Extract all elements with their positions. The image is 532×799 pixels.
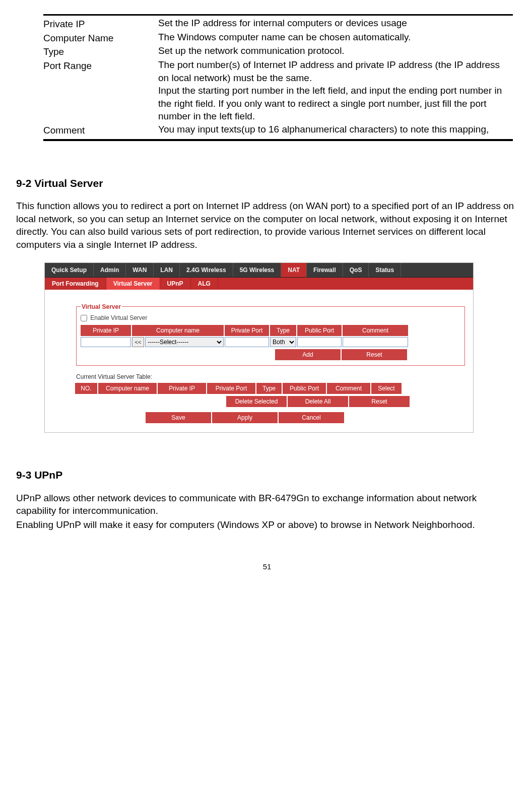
th-computer-name: Computer name (98, 383, 157, 394)
router-admin-panel: Quick Setup Admin WAN LAN 2.4G Wireless … (44, 262, 474, 433)
main-tab-lan[interactable]: LAN (154, 263, 180, 277)
col-type: Type (270, 325, 296, 336)
copy-arrow-button[interactable]: << (132, 337, 144, 347)
vs-table-caption: Current Virtual Server Table: (76, 373, 466, 381)
virtual-server-paragraph: This function allows you to redirect a p… (16, 199, 518, 251)
sub-tab-bar: Port Forwarding Virtual Server UPnP ALG (45, 278, 473, 290)
enable-virtual-server-label: Enable Virtual Server (90, 314, 147, 321)
sub-tab-port-forwarding[interactable]: Port Forwarding (45, 278, 106, 290)
def-desc: You may input texts(up to 16 alphanumeri… (158, 123, 513, 137)
apply-button[interactable]: Apply (212, 412, 278, 423)
main-tab-5g[interactable]: 5G Wireless (233, 263, 282, 277)
def-desc: Set the IP address for internal computer… (158, 17, 513, 31)
th-no: NO. (75, 383, 97, 394)
def-desc: The port number(s) of Internet IP addres… (158, 58, 513, 123)
add-button[interactable]: Add (275, 349, 341, 360)
section-heading-virtual-server: 9-2 Virtual Server (16, 176, 518, 190)
upnp-paragraph-1: UPnP allows other network devices to com… (16, 492, 518, 517)
def-desc: Set up the network communication protoco… (158, 44, 513, 58)
def-term: Comment (43, 123, 158, 137)
main-tab-24g[interactable]: 2.4G Wireless (180, 263, 233, 277)
th-comment: Comment (327, 383, 370, 394)
def-term: Private IP (43, 17, 158, 31)
sub-tab-upnp[interactable]: UPnP (160, 278, 191, 290)
col-public-port: Public Port (297, 325, 342, 336)
main-tab-qos[interactable]: QoS (343, 263, 369, 277)
sub-tab-alg[interactable]: ALG (191, 278, 218, 290)
col-private-ip: Private IP (81, 325, 131, 336)
def-term: Port Range (43, 58, 158, 123)
delete-all-button[interactable]: Delete All (288, 396, 348, 407)
main-tab-nat[interactable]: NAT (281, 263, 307, 277)
definition-table: Private IP Set the IP address for intern… (43, 14, 513, 141)
reset-table-button[interactable]: Reset (349, 396, 410, 407)
main-tab-firewall[interactable]: Firewall (307, 263, 343, 277)
upnp-paragraph-2: Enabling UPnP will make it easy for comp… (16, 518, 518, 531)
save-button[interactable]: Save (146, 412, 211, 423)
col-private-port: Private Port (225, 325, 269, 336)
main-tab-admin[interactable]: Admin (94, 263, 126, 277)
comment-input[interactable] (343, 337, 408, 347)
col-comment: Comment (343, 325, 408, 336)
main-tab-bar: Quick Setup Admin WAN LAN 2.4G Wireless … (45, 263, 473, 278)
private-port-input[interactable] (225, 337, 269, 347)
th-private-port: Private Port (207, 383, 255, 394)
th-select: Select (371, 383, 402, 394)
type-select[interactable]: Both (270, 337, 296, 347)
main-tab-quick-setup[interactable]: Quick Setup (45, 263, 94, 277)
delete-selected-button[interactable]: Delete Selected (226, 396, 287, 407)
th-type: Type (256, 383, 282, 394)
computer-name-select[interactable]: ------Select------ (145, 337, 224, 347)
page-number: 51 (16, 562, 518, 572)
cancel-button[interactable]: Cancel (279, 412, 344, 423)
enable-virtual-server-checkbox[interactable] (81, 315, 87, 321)
reset-button[interactable]: Reset (342, 349, 407, 360)
def-desc: The Windows computer name can be chosen … (158, 31, 513, 45)
th-private-ip: Private IP (158, 383, 206, 394)
main-tab-status[interactable]: Status (369, 263, 401, 277)
def-term: Type (43, 44, 158, 58)
section-heading-upnp: 9-3 UPnP (16, 468, 518, 482)
virtual-server-fieldset: Virtual Server Enable Virtual Server Pri… (76, 303, 465, 366)
fieldset-legend: Virtual Server (81, 303, 122, 311)
main-tab-wan[interactable]: WAN (126, 263, 154, 277)
public-port-input[interactable] (297, 337, 342, 347)
sub-tab-virtual-server[interactable]: Virtual Server (106, 278, 160, 290)
th-public-port: Public Port (283, 383, 326, 394)
col-computer-name: Computer name (132, 325, 224, 336)
def-term: Computer Name (43, 31, 158, 45)
private-ip-input[interactable] (81, 337, 131, 347)
